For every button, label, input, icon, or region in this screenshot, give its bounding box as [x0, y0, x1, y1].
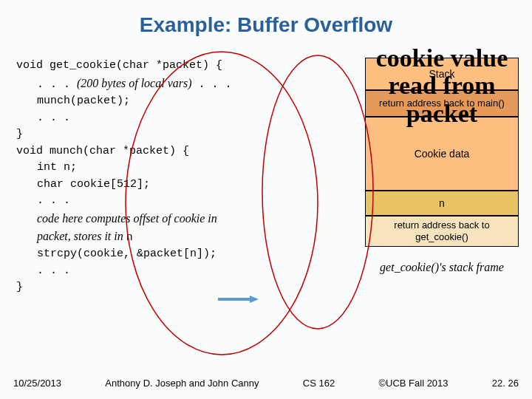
- stack-cookie-data: Cookie data: [365, 117, 519, 191]
- code-line: . . .: [16, 263, 232, 280]
- code-comment: packet, stores it in n: [16, 228, 232, 247]
- stack-label-box: Stack: [365, 58, 519, 90]
- code-line: int n;: [16, 160, 232, 177]
- code-comment: code here computes offset of cookie in: [16, 210, 232, 228]
- stack-n: n: [365, 191, 519, 216]
- code-line: void get_cookie(char *packet) {: [16, 58, 232, 75]
- code-line: . . . (200 bytes of local vars) . . .: [16, 75, 232, 94]
- code-line: strcpy(cookie, &packet[n]);: [16, 246, 232, 263]
- svg-point-1: [262, 55, 373, 329]
- slide-footer: 10/25/2013 Anthony D. Joseph and John Ca…: [13, 378, 519, 389]
- arrow-icon: [218, 296, 259, 303]
- stack-diagram: Stack return address back to main() Cook…: [365, 58, 519, 288]
- code-block: void get_cookie(char *packet) { . . . (2…: [16, 58, 232, 296]
- footer-copyright: ©UCB Fall 2013: [378, 378, 448, 389]
- slide-title: Example: Buffer Overflow: [0, 0, 532, 37]
- footer-authors: Anthony D. Joseph and John Canny: [105, 378, 259, 389]
- stack-return-getcookie: return address back to get_cookie(): [365, 216, 519, 247]
- code-line: . . .: [16, 110, 232, 127]
- footer-course: CS 162: [303, 378, 335, 389]
- code-line: char cookie[512];: [16, 177, 232, 194]
- code-line: void munch(char *packet) {: [16, 143, 232, 160]
- code-line: . . .: [16, 193, 232, 210]
- code-line: }: [16, 279, 232, 296]
- stack-frame-label: get_cookie()'s stack frame: [365, 247, 519, 288]
- code-line: }: [16, 126, 232, 143]
- code-line: munch(packet);: [16, 93, 232, 110]
- stack-return-main: return address back to main(): [365, 90, 519, 117]
- footer-date: 10/25/2013: [13, 378, 61, 389]
- footer-slide-number: 22. 26: [492, 378, 519, 389]
